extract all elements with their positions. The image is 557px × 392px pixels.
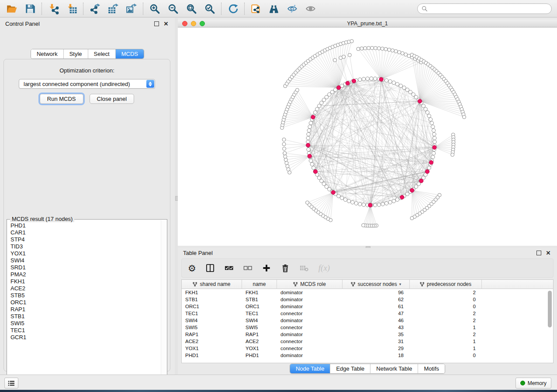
table-row[interactable]: YOX1YOX1connector291 xyxy=(182,345,553,352)
network-node[interactable] xyxy=(337,194,340,198)
tab-node-table[interactable]: Node Table xyxy=(290,364,330,373)
run-mcds-button[interactable]: Run MCDS xyxy=(40,94,83,104)
memory-button[interactable]: Memory xyxy=(515,378,551,389)
network-node[interactable] xyxy=(313,110,317,114)
tab-style[interactable]: Style xyxy=(63,49,88,58)
network-node[interactable] xyxy=(427,166,431,169)
network-node[interactable] xyxy=(388,79,392,83)
select-columns-icon[interactable] xyxy=(206,262,215,274)
table-scrollbar[interactable] xyxy=(547,290,552,361)
mcds-result-item[interactable]: PHD1 xyxy=(10,222,167,229)
search-field[interactable] xyxy=(417,3,552,14)
network-node[interactable] xyxy=(370,46,374,50)
network-node[interactable] xyxy=(427,114,431,117)
tab-edge-table[interactable]: Edge Table xyxy=(330,364,370,373)
network-node[interactable] xyxy=(429,117,432,121)
mcds-hub-node[interactable] xyxy=(311,115,315,119)
zoom-out-icon[interactable] xyxy=(164,1,182,16)
network-node[interactable] xyxy=(348,53,351,57)
tab-network[interactable]: Network xyxy=(31,49,63,58)
mcds-result-item[interactable]: TID3 xyxy=(10,243,167,250)
control-panel-close-icon[interactable]: ✕ xyxy=(163,20,170,27)
mcds-result-item[interactable]: ORC1 xyxy=(10,299,167,306)
network-node[interactable] xyxy=(463,115,466,119)
table-settings-gear-icon[interactable]: ⚙ xyxy=(188,262,196,274)
network-node[interactable] xyxy=(307,129,311,132)
network-node[interactable] xyxy=(333,88,337,91)
network-node[interactable] xyxy=(358,202,362,206)
save-session-icon[interactable] xyxy=(21,1,39,16)
network-node[interactable] xyxy=(362,77,365,81)
mcds-result-item[interactable]: SWI4 xyxy=(10,257,167,264)
mcds-result-item[interactable]: FKH1 xyxy=(10,278,167,285)
mcds-hub-node[interactable] xyxy=(313,169,317,173)
column-header-predecessor-nodes[interactable]: predecessor nodes xyxy=(410,280,482,289)
network-node[interactable] xyxy=(366,77,369,80)
network-node[interactable] xyxy=(358,78,362,81)
mcds-result-item[interactable]: SRD1 xyxy=(10,264,167,271)
mcds-result-item[interactable]: STB1 xyxy=(10,313,167,320)
mcds-hub-node[interactable] xyxy=(425,169,429,173)
network-node[interactable] xyxy=(370,77,373,80)
table-row[interactable]: SWI5SWI5connector431 xyxy=(182,324,553,331)
network-node[interactable] xyxy=(388,200,392,204)
deselect-all-rows-icon[interactable] xyxy=(243,262,253,274)
close-panel-button[interactable]: Close panel xyxy=(90,94,135,104)
network-node[interactable] xyxy=(391,49,394,52)
network-node[interactable] xyxy=(384,48,387,51)
table-row[interactable]: RAP1RAP1dominator352 xyxy=(182,331,553,338)
vertical-splitter[interactable] xyxy=(175,18,178,375)
tab-select[interactable]: Select xyxy=(88,49,115,58)
zoom-fit-icon[interactable] xyxy=(182,1,201,16)
network-node[interactable] xyxy=(343,198,347,201)
network-node[interactable] xyxy=(381,47,384,50)
network-node[interactable] xyxy=(309,121,312,125)
mcds-result-item[interactable]: STP4 xyxy=(10,236,167,243)
network-view-canvas[interactable] xyxy=(178,28,557,246)
column-header-name[interactable]: name xyxy=(242,280,277,289)
network-node[interactable] xyxy=(398,51,401,54)
network-node[interactable] xyxy=(363,46,367,50)
network-node[interactable] xyxy=(305,201,309,204)
network-node[interactable] xyxy=(340,196,343,199)
mcds-hub-node[interactable] xyxy=(368,203,372,207)
table-row[interactable]: ACE2ACE2connector311 xyxy=(182,338,553,345)
network-node[interactable] xyxy=(381,202,384,206)
network-node[interactable] xyxy=(310,162,314,166)
network-node[interactable] xyxy=(347,199,350,203)
network-node[interactable] xyxy=(312,166,315,169)
mcds-hub-node[interactable] xyxy=(410,188,414,192)
table-row[interactable]: STB1STB1dominator620 xyxy=(182,296,553,303)
network-node[interactable] xyxy=(284,158,287,162)
show-panels-list-button[interactable] xyxy=(4,378,18,389)
network-node[interactable] xyxy=(354,202,358,205)
network-node[interactable] xyxy=(395,198,399,201)
tab-motifs[interactable]: Motifs xyxy=(418,364,445,373)
network-node[interactable] xyxy=(315,107,319,111)
table-row[interactable]: FKH1FKH1dominator962 xyxy=(182,289,553,296)
network-node[interactable] xyxy=(410,217,414,220)
network-node[interactable] xyxy=(374,203,377,207)
hide-graphics-details-icon[interactable] xyxy=(284,1,302,16)
network-node[interactable] xyxy=(308,125,311,128)
network-node[interactable] xyxy=(432,132,436,136)
network-node[interactable] xyxy=(392,81,395,84)
table-row[interactable]: SWI4SWI4dominator462 xyxy=(182,317,553,324)
new-network-from-file-icon[interactable] xyxy=(247,1,265,16)
mcds-hub-node[interactable] xyxy=(346,81,349,85)
network-node[interactable] xyxy=(350,39,353,43)
network-node[interactable] xyxy=(432,129,435,132)
delete-rows-trash-icon[interactable] xyxy=(281,262,290,274)
network-node[interactable] xyxy=(433,140,436,144)
mcds-hub-node[interactable] xyxy=(352,79,356,83)
network-node[interactable] xyxy=(392,199,395,203)
network-node[interactable] xyxy=(385,79,388,82)
table-scrollbar-thumb[interactable] xyxy=(548,291,552,327)
mcds-hub-node[interactable] xyxy=(400,195,404,199)
network-node[interactable] xyxy=(431,155,435,159)
mcds-result-item[interactable]: GCR1 xyxy=(10,334,167,341)
mcds-hub-node[interactable] xyxy=(308,154,311,158)
network-node[interactable] xyxy=(283,147,286,151)
network-node[interactable] xyxy=(367,46,370,50)
mcds-hub-node[interactable] xyxy=(419,179,423,183)
